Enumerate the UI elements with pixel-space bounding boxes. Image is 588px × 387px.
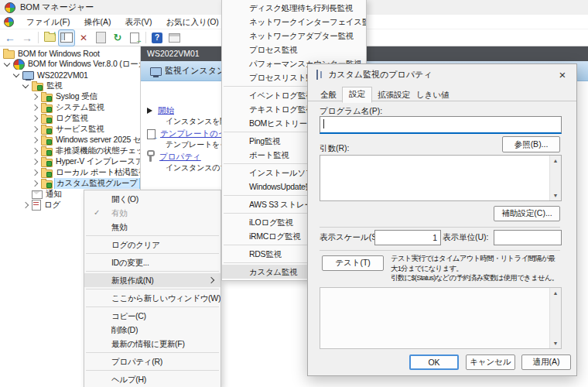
tree-item-system-monitor[interactable]: システム監視 bbox=[0, 102, 140, 113]
properties-button[interactable] bbox=[92, 29, 109, 46]
back-button[interactable]: ← bbox=[2, 29, 19, 46]
start-link[interactable]: 開始 bbox=[158, 105, 174, 116]
submenu-item-disk-queue[interactable]: ディスク処理待ち行列長監視 bbox=[222, 1, 366, 15]
menu-item-new-window-from-here[interactable]: ここから新しいウィンドウ(W) bbox=[84, 291, 220, 305]
chevron-down-icon[interactable] bbox=[4, 60, 10, 66]
tree-item-service-monitor[interactable]: サービス監視 bbox=[0, 124, 140, 135]
tab-general[interactable]: 全般 bbox=[314, 88, 343, 101]
menu-item-clear-log[interactable]: ログのクリア bbox=[84, 238, 220, 252]
tab-settings[interactable]: 設定 bbox=[342, 87, 372, 103]
refresh-button[interactable]: ↻ bbox=[109, 29, 126, 46]
menu-item-change-id[interactable]: IDの変更... bbox=[84, 255, 220, 269]
delete-button[interactable]: ✕ bbox=[75, 29, 92, 46]
up-one-level-button[interactable] bbox=[41, 29, 58, 46]
text-caret bbox=[323, 119, 324, 128]
chevron-right-icon[interactable] bbox=[32, 137, 38, 143]
monitor-folder-icon bbox=[41, 137, 53, 146]
menu-item-properties[interactable]: プロパティ(R) bbox=[84, 354, 220, 368]
display-scale-input[interactable]: 1 bbox=[374, 230, 441, 245]
menu-action[interactable]: 操作(A) bbox=[77, 15, 118, 29]
menu-item-enable[interactable]: ✓有効 bbox=[84, 206, 220, 220]
submenu-item-network-interface[interactable]: ネットワークインターフェイス監視 bbox=[222, 15, 366, 29]
chevron-right-icon[interactable] bbox=[32, 94, 38, 100]
scrollbar[interactable]: ▲ ▼ bbox=[549, 288, 561, 348]
up-folder-icon bbox=[44, 33, 56, 42]
log-icon bbox=[32, 200, 41, 211]
context-menu: 開く(O) ✓有効 無効 ログのクリア IDの変更... 新規作成(N) ここか… bbox=[84, 190, 221, 387]
tree-item-win-server-2025[interactable]: Windows server 2025 セ bbox=[0, 135, 140, 146]
submenu-item-process[interactable]: プロセス監視 bbox=[222, 43, 366, 57]
chevron-right-icon[interactable] bbox=[32, 180, 38, 187]
tab-threshold[interactable]: しきい値 bbox=[410, 88, 456, 101]
custom-monitor-icon bbox=[316, 70, 323, 80]
tree-item-syslog[interactable]: Syslog 受信 bbox=[0, 91, 140, 102]
tree-item-custom-monitor-group[interactable]: カスタム監視グループ bbox=[0, 178, 140, 189]
monitor-folder-icon bbox=[32, 83, 43, 91]
close-icon[interactable]: × bbox=[549, 64, 576, 84]
display-unit-input[interactable] bbox=[494, 230, 562, 245]
menu-item-refresh[interactable]: 最新の情報に更新(F) bbox=[84, 337, 220, 351]
ok-button[interactable]: OK bbox=[409, 354, 459, 370]
chevron-right-icon[interactable] bbox=[22, 202, 29, 208]
test-output-area[interactable]: ▲ ▼ bbox=[320, 287, 562, 349]
scroll-up-icon[interactable]: ▲ bbox=[553, 156, 559, 166]
display-scale-label: 表示スケール(S): bbox=[320, 232, 382, 243]
scroll-up-icon[interactable]: ▲ bbox=[553, 288, 559, 298]
tree-item-monitoring[interactable]: 監視 bbox=[0, 80, 140, 91]
arguments-textarea[interactable]: ▲ ▼ bbox=[320, 155, 562, 201]
menu-separator bbox=[86, 352, 219, 353]
chevron-right-icon[interactable] bbox=[32, 159, 38, 165]
monitor-folder-icon bbox=[41, 104, 53, 113]
tree-item-ws2022vm01[interactable]: WS2022VM01 bbox=[0, 70, 140, 80]
monitor-folder-icon bbox=[41, 94, 53, 102]
show-console-tree-button[interactable] bbox=[58, 29, 75, 46]
separator-line bbox=[320, 227, 560, 228]
tree-item-root[interactable]: BOM for Windows Root bbox=[0, 48, 140, 59]
tree-item-hyperv-upgrade[interactable]: Hyper-V インプレースアップ bbox=[0, 156, 140, 167]
tree-item-bom-ver8[interactable]: BOM for Windows Ver.8.0 (ローカル) bbox=[0, 59, 140, 70]
cancel-button[interactable]: キャンセル bbox=[466, 354, 515, 370]
browse-button[interactable]: 参照(B)... bbox=[502, 136, 560, 152]
tree-item-deprecated-check[interactable]: 非推奨機能の状態チェック bbox=[0, 146, 140, 156]
scroll-down-icon[interactable]: ▼ bbox=[553, 338, 559, 348]
help-icon: ? bbox=[152, 33, 162, 43]
menu-file[interactable]: ファイル(F) bbox=[19, 15, 77, 29]
submenu-item-network-adapter[interactable]: ネットワークアダプター監視 bbox=[222, 29, 366, 43]
menu-item-open[interactable]: 開く(O) bbox=[84, 192, 220, 206]
separator-line bbox=[320, 250, 560, 251]
properties-link[interactable]: プロパティ bbox=[159, 152, 201, 163]
chevron-right-icon[interactable] bbox=[32, 148, 38, 154]
menu-item-delete[interactable]: 削除(D) bbox=[84, 323, 220, 337]
menu-item-copy[interactable]: コピー(C) bbox=[84, 309, 220, 323]
chevron-down-icon[interactable] bbox=[22, 81, 29, 87]
new-window-button[interactable] bbox=[166, 29, 183, 46]
apply-button[interactable]: 適用(A) bbox=[521, 354, 571, 370]
forward-button[interactable]: → bbox=[19, 29, 36, 46]
folder-icon bbox=[3, 50, 15, 59]
menu-item-help[interactable]: ヘルプ(H) bbox=[84, 372, 220, 386]
chevron-right-icon[interactable] bbox=[32, 115, 38, 122]
wrench-icon bbox=[149, 155, 152, 162]
chevron-down-icon[interactable] bbox=[13, 70, 19, 77]
monitor-folder-icon bbox=[41, 159, 53, 167]
menu-item-new[interactable]: 新規作成(N) bbox=[84, 273, 220, 287]
help-button[interactable]: ? bbox=[149, 29, 166, 46]
scrollbar[interactable]: ▲ ▼ bbox=[549, 156, 561, 200]
tree-item-log-monitor[interactable]: ログ監視 bbox=[0, 113, 140, 124]
menu-view[interactable]: 表示(V) bbox=[118, 15, 159, 29]
chevron-right-icon[interactable] bbox=[32, 126, 38, 132]
chevron-right-icon[interactable] bbox=[32, 104, 38, 111]
chevron-right-icon[interactable] bbox=[32, 170, 38, 176]
import-template-icon bbox=[147, 129, 156, 139]
selected-tree-label: カスタム監視グループ bbox=[54, 178, 140, 189]
export-list-button[interactable] bbox=[126, 29, 143, 46]
dialog-titlebar: カスタム監視のプロパティ bbox=[308, 64, 576, 84]
auxiliary-settings-button[interactable]: 補助設定(C)... bbox=[494, 206, 560, 221]
test-button[interactable]: テスト(T) bbox=[322, 255, 384, 271]
menu-favorites[interactable]: お気に入り(O) bbox=[159, 15, 225, 29]
tree-item-local-port[interactable]: ローカル ポート枯渇監視 bbox=[0, 167, 140, 178]
toolbar-separator bbox=[38, 32, 39, 43]
program-name-input[interactable] bbox=[320, 116, 562, 134]
menu-item-disable[interactable]: 無効 bbox=[84, 220, 220, 234]
scroll-down-icon[interactable]: ▼ bbox=[553, 190, 559, 200]
